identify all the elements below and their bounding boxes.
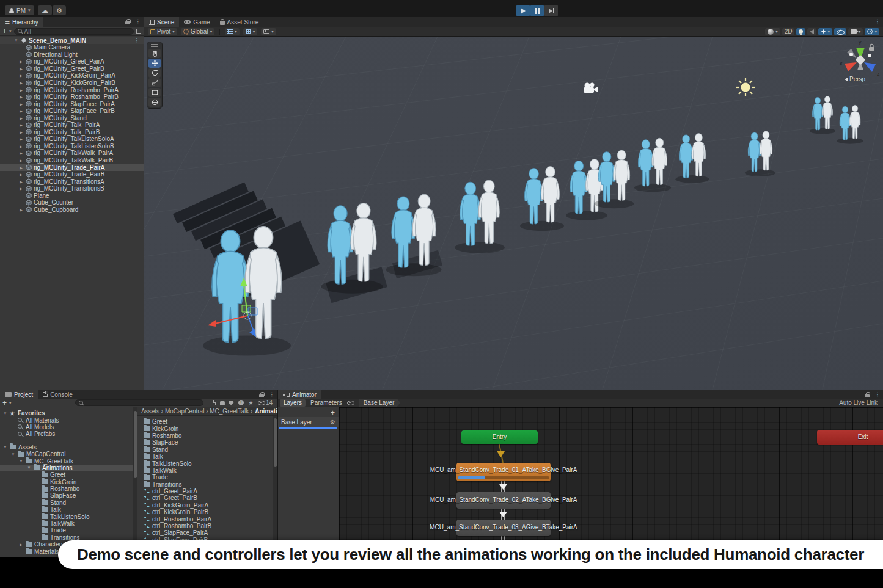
project-tree-item[interactable]: Greet [0,471,133,478]
state-trade-01[interactable]: MCU_am_StandConv_Trade_01_ATake_BGive_Pa… [456,463,551,481]
tool-rect[interactable] [148,88,161,97]
state-machine-graph[interactable]: Entry Exit MCU_am_StandConv_Trade_01_ATa… [339,407,883,557]
favorites-star-icon[interactable]: ★ [248,400,254,406]
add-layer-button[interactable]: + [331,408,335,417]
hierarchy-scene-root[interactable]: ▼ Scene_Demo_MAIN ⋮ [0,37,144,44]
shading-mode-dropdown[interactable]: ▾ [765,28,780,35]
foldout-icon[interactable]: ▶ [18,186,24,191]
tool-transform[interactable] [148,98,161,107]
project-file-item[interactable]: ctrl_KickGroin_PairB [137,509,277,515]
project-search-input[interactable] [75,399,203,406]
eye-icon[interactable] [347,401,354,405]
foldout-open-icon[interactable]: ▼ [13,38,19,42]
project-tree-item[interactable]: ▼ MC_GreetTalk [0,457,133,464]
hierarchy-item[interactable]: ▶ rig_MCUnity_Greet_PairA [0,58,144,65]
overlay-drag-handle[interactable] [151,44,158,47]
hidden-count[interactable]: 14 [258,399,273,406]
hierarchy-item[interactable]: Directional Light [0,51,144,59]
scene-kebab-icon[interactable]: ⋮ [134,37,140,44]
project-tree-item[interactable]: SlapFace [0,492,133,499]
foldout-icon[interactable]: ▶ [18,151,24,155]
hidden-objects-toggle[interactable] [834,28,846,35]
hierarchy-item[interactable]: ▶ rig_MCUnity_Stand [0,114,144,122]
foldout-icon[interactable]: ▼ [2,445,8,449]
project-tree-item[interactable]: KickGroin [0,479,133,485]
hierarchy-item[interactable]: ▶ rig_MCUnity_Talk_PairA [0,122,144,129]
kebab-menu-icon[interactable]: ⋮ [874,18,881,25]
foldout-icon[interactable]: ▶ [18,81,24,85]
2d-toggle[interactable]: 2D [782,28,795,35]
foldout-icon[interactable]: ▶ [18,88,24,92]
kebab-menu-icon[interactable]: ⋮ [874,391,881,398]
project-file-item[interactable]: ctrl_SlapFace_PairA [137,529,277,536]
lighting-toggle[interactable] [796,28,805,35]
foldout-icon[interactable]: ▶ [18,116,24,120]
project-tree-item[interactable]: ▼ Assets [0,444,133,451]
foldout-icon[interactable]: ▶ [18,102,24,106]
project-tree-item[interactable]: TalkListenSolo [0,513,133,520]
project-file-item[interactable]: ctrl_Roshambo_PairA [137,515,277,522]
auto-live-link-button[interactable]: Auto Live Link [839,399,881,406]
hierarchy-item[interactable]: ▶ rig_MCUnity_Trade_PairB [0,171,144,178]
global-toggle[interactable]: Global ▾ [181,28,214,35]
state-trade-02[interactable]: MCU_am_StandConv_Trade_02_ATake_BGive_Pa… [456,492,551,509]
breadcrumb[interactable]: Assets › MoCapCentral › MC_GreetTalk › A… [137,407,277,416]
foldout-icon[interactable]: ▶ [18,542,24,546]
project-tree-item[interactable]: Trade [0,527,133,534]
kebab-menu-icon[interactable]: ⋮ [269,391,275,398]
hierarchy-item[interactable]: ▶ rig_MCUnity_Roshambo_PairB [0,93,144,101]
grid-visibility-button[interactable]: ▾ [225,28,240,35]
hierarchy-item[interactable]: ▶ rig_MCUnity_Trade_PairA [0,164,144,171]
state-entry[interactable]: Entry [461,430,538,444]
project-tree-item[interactable]: All Prefabs [0,430,133,437]
pivot-toggle[interactable]: Pivot ▾ [148,28,177,35]
foldout-icon[interactable]: ▶ [18,165,24,170]
scene-viewport[interactable]: x y z [144,37,883,390]
foldout-icon[interactable]: ▶ [18,59,24,64]
foldout-icon[interactable]: ▼ [2,412,8,415]
project-file-item[interactable]: ctrl_KickGroin_PairA [137,502,277,509]
project-file-item[interactable]: TalkWalk [137,467,277,474]
hierarchy-item[interactable]: ▶ rig_MCUnity_TalkListenSoloA [0,136,144,143]
project-tree-item[interactable]: Roshambo [0,485,133,492]
info-icon[interactable]: ! [238,400,244,405]
label-tag-icon[interactable] [229,401,234,405]
foldout-icon[interactable]: ▼ [18,459,24,463]
project-file-item[interactable]: Greet [137,418,277,425]
hierarchy-item[interactable]: ▶ rig_MCUnity_Greet_PairB [0,65,144,73]
play-button[interactable] [516,5,530,16]
hierarchy-item[interactable]: ▶ Cube_Cupboard [0,206,144,214]
search-window-icon[interactable] [136,29,141,34]
project-tree-item[interactable]: ▼ Animations [0,465,133,471]
step-button[interactable] [544,5,558,16]
snap-increment-button[interactable]: ▾ [243,28,258,35]
project-file-item[interactable]: Trade [137,474,277,481]
lock-icon[interactable] [259,392,264,397]
hierarchy-item[interactable]: ▶ rig_MCUnity_KickGroin_PairB [0,79,144,87]
project-tree-item[interactable]: All Materials [0,416,133,423]
project-file-item[interactable]: Stand [137,446,277,453]
project-tree-item[interactable]: ▼ MoCapCentral [0,451,133,457]
hierarchy-item[interactable]: ▶ rig_MCUnity_TalkWalk_PairB [0,157,144,164]
hierarchy-item[interactable]: ▶ rig_MCUnity_SlapFace_PairB [0,107,144,115]
project-tree-scrollbar[interactable] [133,407,137,557]
tab-hierarchy[interactable]: ☰ Hierarchy [0,17,43,27]
project-file-item[interactable]: Talk [137,453,277,460]
orientation-gizmo[interactable]: x y z [840,39,880,77]
hierarchy-item[interactable]: ▶ rig_MCUnity_Roshambo_PairA [0,86,144,93]
foldout-icon[interactable]: ▶ [18,172,24,176]
account-button[interactable]: PM ▾ [5,5,34,15]
tab-console[interactable]: Console [38,390,78,399]
tool-move[interactable] [148,59,161,68]
project-file-item[interactable]: KickGroin [137,425,277,432]
tool-hand[interactable] [148,49,161,58]
foldout-icon[interactable]: ▶ [18,144,24,148]
search-by-type-icon[interactable] [211,401,216,405]
tool-scale[interactable] [148,78,161,87]
effects-toggle[interactable]: ▾ [818,28,832,35]
lock-icon[interactable] [125,19,130,24]
foldout-icon[interactable]: ▶ [18,208,24,212]
tab-asset-store[interactable]: Asset Store [215,17,264,27]
package-icon[interactable] [220,401,225,405]
project-tree-item[interactable]: Talk [0,506,133,513]
